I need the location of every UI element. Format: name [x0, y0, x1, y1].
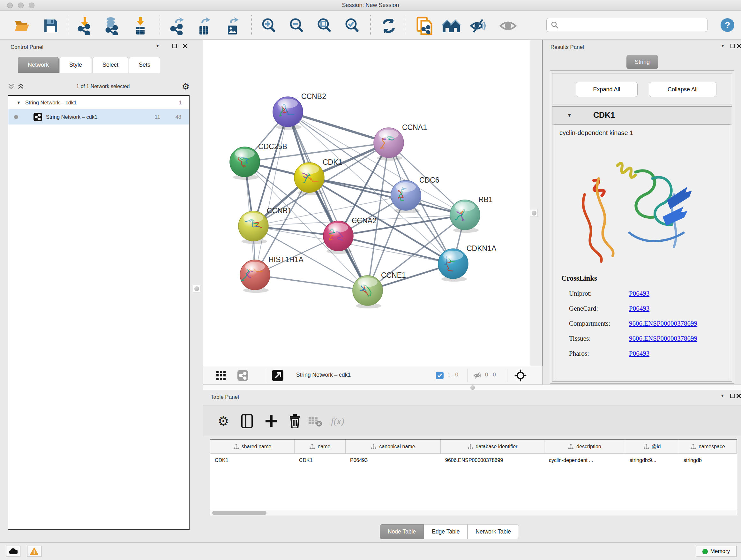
clone-network-icon[interactable]	[414, 16, 434, 36]
tab-select[interactable]: Select	[92, 57, 128, 73]
tab-string[interactable]: String	[626, 55, 658, 69]
add-column-icon[interactable]	[263, 413, 280, 429]
panel-menu-icon[interactable]: ▾	[156, 43, 159, 49]
selected-checkbox-icon[interactable]	[436, 372, 444, 379]
table-scrollbar-thumb[interactable]	[212, 511, 266, 515]
network-edge[interactable]	[255, 275, 367, 291]
tab-sets[interactable]: Sets	[129, 57, 160, 73]
column-header[interactable]: description	[544, 440, 625, 453]
network-node[interactable]: CCNB1	[239, 206, 292, 244]
export-table-icon[interactable]	[194, 16, 213, 36]
network-edge[interactable]	[288, 112, 367, 291]
left-splitter-handle[interactable]	[193, 285, 200, 293]
export-network-icon[interactable]	[167, 16, 187, 36]
network-node[interactable]: CDK1	[294, 158, 342, 195]
zoom-selected-icon[interactable]	[342, 16, 362, 36]
column-header[interactable]: @id	[625, 440, 679, 453]
tab-style[interactable]: Style	[59, 57, 92, 73]
network-options-gear-icon[interactable]: ⚙	[182, 82, 190, 91]
delete-column-icon[interactable]	[286, 413, 303, 429]
network-node[interactable]: CCNB2	[273, 92, 326, 130]
refresh-icon[interactable]	[379, 16, 399, 36]
tab-edge-table[interactable]: Edge Table	[424, 524, 468, 539]
panel-float-icon[interactable]	[172, 44, 177, 48]
crosslink-link[interactable]: P06493	[629, 305, 650, 313]
help-icon[interactable]: ?	[721, 18, 734, 32]
table-cell[interactable]: CDK1	[210, 454, 294, 467]
panel-close-icon[interactable]	[737, 44, 741, 49]
show-columns-icon[interactable]	[239, 413, 255, 429]
network-node[interactable]: CCNA1	[374, 123, 427, 161]
hide-selected-icon[interactable]	[469, 16, 488, 36]
network-collection-row[interactable]: ▼ String Network – cdk1 1	[8, 96, 189, 109]
cloud-button[interactable]	[6, 546, 20, 557]
export-image-icon[interactable]	[222, 16, 242, 36]
table-cell[interactable]: stringdb:9...	[625, 454, 679, 467]
crosslink-link[interactable]: 9606.ENSP00000378699	[629, 334, 697, 343]
panel-float-icon[interactable]	[730, 394, 735, 398]
collapse-all-button[interactable]: Collapse All	[649, 82, 717, 97]
network-edge[interactable]	[288, 112, 389, 143]
network-edge[interactable]	[255, 112, 288, 275]
expand-all-icon[interactable]	[17, 83, 24, 90]
network-node[interactable]: CDC25B	[230, 142, 287, 180]
open-session-icon[interactable]	[12, 16, 31, 36]
zoom-fit-icon[interactable]	[315, 16, 334, 36]
zoom-in-icon[interactable]	[259, 16, 279, 36]
show-all-icon[interactable]	[498, 16, 518, 36]
collection-expand-icon[interactable]: ▼	[17, 100, 21, 105]
tab-network[interactable]: Network	[18, 57, 59, 73]
zoom-out-icon[interactable]	[287, 16, 307, 36]
expand-all-button[interactable]: Expand All	[576, 82, 637, 97]
open-in-window-icon[interactable]	[272, 370, 283, 381]
results-panel-title: Results Panel	[550, 44, 584, 51]
import-table-icon[interactable]	[131, 16, 150, 36]
gene-header[interactable]: ▼ CDK1	[552, 107, 732, 125]
node-table[interactable]: shared namenamecanonical namedatabase id…	[210, 439, 737, 516]
collapse-all-icon[interactable]	[8, 83, 15, 90]
network-edge[interactable]	[338, 236, 453, 264]
table-cell[interactable]: stringdb	[679, 454, 737, 467]
gene-collapse-icon[interactable]: ▼	[567, 112, 572, 118]
settings-gear-icon[interactable]: ⚙	[215, 413, 232, 429]
network-canvas[interactable]: CCNB2CCNA1CDC25BCDK1CDC6RB1CCNB1CCNA2CDK…	[203, 40, 530, 366]
table-cell[interactable]: 9606.ENSP00000378699	[441, 454, 544, 467]
save-session-icon[interactable]	[41, 16, 61, 36]
network-node[interactable]: HIST1H1A	[240, 255, 304, 293]
column-header[interactable]: namespace	[679, 440, 737, 453]
home-icon[interactable]	[442, 16, 461, 36]
warning-button[interactable]	[27, 546, 42, 557]
tab-network-table[interactable]: Network Table	[468, 524, 519, 539]
panel-close-icon[interactable]	[183, 44, 188, 49]
network-badge-icon[interactable]	[238, 370, 248, 381]
crosslink-link[interactable]: P06493	[629, 350, 650, 358]
table-scrollbar[interactable]	[210, 510, 737, 516]
right-splitter-handle[interactable]	[530, 209, 538, 217]
move-crosshair-icon[interactable]	[515, 369, 527, 381]
crosslink-link[interactable]: P06493	[629, 290, 650, 298]
table-cell[interactable]: CDK1	[294, 454, 346, 467]
tab-node-table[interactable]: Node Table	[380, 524, 424, 539]
network-edge[interactable]	[309, 178, 465, 215]
window-title: Session: New Session	[0, 2, 741, 9]
network-node[interactable]: CDKN1A	[438, 244, 496, 282]
panel-float-icon[interactable]	[731, 44, 735, 48]
search-input[interactable]	[561, 19, 707, 31]
birdseye-grid-icon[interactable]	[216, 371, 226, 380]
horizontal-splitter[interactable]	[203, 384, 741, 390]
import-network-icon[interactable]	[75, 16, 94, 36]
table-cell[interactable]: P06493	[346, 454, 441, 467]
column-header[interactable]: name	[294, 440, 346, 453]
memory-button[interactable]: Memory	[696, 546, 737, 557]
import-database-icon[interactable]	[102, 16, 122, 36]
column-header[interactable]: shared name	[210, 440, 294, 453]
crosslink-link[interactable]: 9606.ENSP00000378699	[629, 320, 697, 327]
column-header[interactable]: canonical name	[346, 440, 441, 453]
panel-menu-icon[interactable]: ▾	[722, 43, 724, 49]
panel-menu-icon[interactable]: ▾	[721, 393, 724, 398]
network-row[interactable]: String Network – cdk1 11 48	[8, 109, 189, 125]
table-cell[interactable]: cyclin-dependent ...	[544, 454, 625, 467]
network-node[interactable]: RB1	[450, 195, 493, 233]
column-header[interactable]: database identifier	[441, 440, 544, 453]
panel-close-icon[interactable]	[736, 393, 741, 398]
